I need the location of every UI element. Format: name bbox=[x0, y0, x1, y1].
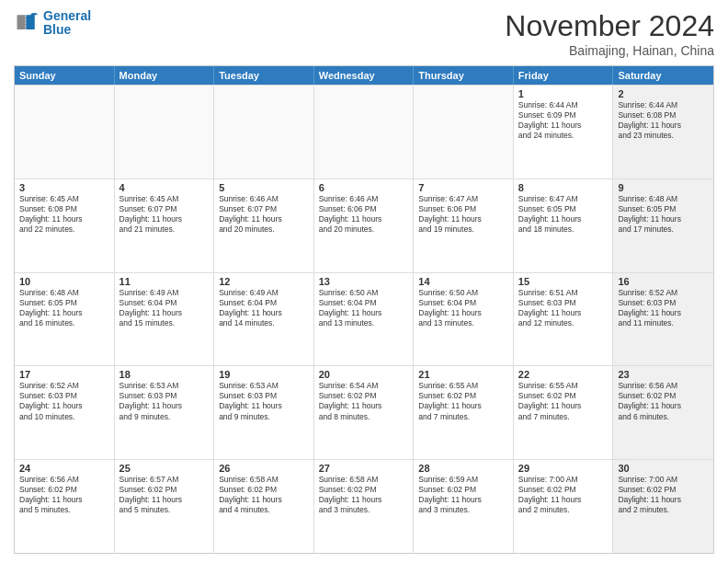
logo-text: General Blue bbox=[43, 9, 91, 38]
day-number: 27 bbox=[319, 463, 409, 474]
cal-cell-22: 22Sunrise: 6:55 AM Sunset: 6:02 PM Dayli… bbox=[514, 366, 614, 459]
calendar-header: SundayMondayTuesdayWednesdayThursdayFrid… bbox=[15, 66, 713, 85]
day-info: Sunrise: 6:57 AM Sunset: 6:02 PM Dayligh… bbox=[119, 475, 210, 515]
header-day-wednesday: Wednesday bbox=[314, 66, 415, 85]
cal-row-0: 1Sunrise: 6:44 AM Sunset: 6:09 PM Daylig… bbox=[15, 85, 713, 178]
day-number: 19 bbox=[219, 369, 309, 380]
day-number: 22 bbox=[518, 369, 609, 380]
cal-cell-14: 14Sunrise: 6:50 AM Sunset: 6:04 PM Dayli… bbox=[414, 273, 514, 366]
header-day-monday: Monday bbox=[115, 66, 215, 85]
cal-cell-12: 12Sunrise: 6:49 AM Sunset: 6:04 PM Dayli… bbox=[214, 273, 314, 366]
day-number: 4 bbox=[119, 182, 210, 193]
logo: General Blue bbox=[14, 9, 91, 38]
day-info: Sunrise: 6:58 AM Sunset: 6:02 PM Dayligh… bbox=[219, 475, 309, 515]
day-info: Sunrise: 6:55 AM Sunset: 6:02 PM Dayligh… bbox=[518, 381, 609, 421]
header-day-saturday: Saturday bbox=[613, 66, 713, 85]
cal-cell-23: 23Sunrise: 6:56 AM Sunset: 6:02 PM Dayli… bbox=[613, 366, 713, 459]
cal-row-2: 10Sunrise: 6:48 AM Sunset: 6:05 PM Dayli… bbox=[15, 272, 713, 366]
cal-cell-6: 6Sunrise: 6:46 AM Sunset: 6:06 PM Daylig… bbox=[314, 179, 415, 272]
cal-cell-18: 18Sunrise: 6:53 AM Sunset: 6:03 PM Dayli… bbox=[115, 366, 215, 459]
day-number: 3 bbox=[19, 182, 109, 193]
cal-cell-10: 10Sunrise: 6:48 AM Sunset: 6:05 PM Dayli… bbox=[15, 273, 115, 366]
day-info: Sunrise: 6:44 AM Sunset: 6:09 PM Dayligh… bbox=[518, 100, 609, 141]
cal-cell-25: 25Sunrise: 6:57 AM Sunset: 6:02 PM Dayli… bbox=[115, 460, 215, 553]
day-info: Sunrise: 6:47 AM Sunset: 6:06 PM Dayligh… bbox=[418, 194, 508, 235]
day-info: Sunrise: 6:53 AM Sunset: 6:03 PM Dayligh… bbox=[219, 381, 309, 421]
cal-row-3: 17Sunrise: 6:52 AM Sunset: 6:03 PM Dayli… bbox=[15, 365, 713, 459]
logo-line1: General bbox=[43, 8, 91, 23]
day-number: 20 bbox=[319, 369, 409, 380]
header-day-sunday: Sunday bbox=[15, 66, 115, 85]
day-number: 17 bbox=[19, 369, 109, 380]
day-info: Sunrise: 6:45 AM Sunset: 6:07 PM Dayligh… bbox=[119, 194, 210, 235]
calendar-body: 1Sunrise: 6:44 AM Sunset: 6:09 PM Daylig… bbox=[15, 85, 713, 553]
cal-cell-15: 15Sunrise: 6:51 AM Sunset: 6:03 PM Dayli… bbox=[514, 273, 614, 366]
logo-line2: Blue bbox=[43, 22, 71, 37]
day-info: Sunrise: 6:46 AM Sunset: 6:07 PM Dayligh… bbox=[219, 194, 309, 235]
cal-row-1: 3Sunrise: 6:45 AM Sunset: 6:08 PM Daylig… bbox=[15, 178, 713, 272]
day-number: 28 bbox=[418, 463, 508, 474]
cal-cell-28: 28Sunrise: 6:59 AM Sunset: 6:02 PM Dayli… bbox=[414, 460, 514, 553]
day-info: Sunrise: 6:50 AM Sunset: 6:04 PM Dayligh… bbox=[319, 288, 409, 328]
day-info: Sunrise: 6:52 AM Sunset: 6:03 PM Dayligh… bbox=[618, 288, 709, 328]
cal-cell-19: 19Sunrise: 6:53 AM Sunset: 6:03 PM Dayli… bbox=[214, 366, 314, 459]
day-info: Sunrise: 6:45 AM Sunset: 6:08 PM Dayligh… bbox=[19, 194, 109, 235]
day-info: Sunrise: 6:52 AM Sunset: 6:03 PM Dayligh… bbox=[19, 381, 109, 421]
day-info: Sunrise: 7:00 AM Sunset: 6:02 PM Dayligh… bbox=[618, 475, 709, 515]
cal-cell-empty-0-0 bbox=[15, 86, 115, 178]
day-info: Sunrise: 6:48 AM Sunset: 6:05 PM Dayligh… bbox=[19, 288, 109, 328]
day-number: 9 bbox=[618, 182, 709, 193]
cal-cell-4: 4Sunrise: 6:45 AM Sunset: 6:07 PM Daylig… bbox=[115, 179, 215, 272]
day-number: 15 bbox=[518, 276, 609, 287]
subtitle: Baimajing, Hainan, China bbox=[505, 43, 714, 58]
cal-cell-5: 5Sunrise: 6:46 AM Sunset: 6:07 PM Daylig… bbox=[214, 179, 314, 272]
day-info: Sunrise: 6:59 AM Sunset: 6:02 PM Dayligh… bbox=[418, 475, 508, 515]
day-number: 14 bbox=[418, 276, 508, 287]
day-number: 13 bbox=[319, 276, 409, 287]
title-block: November 2024 Baimajing, Hainan, China bbox=[505, 9, 714, 58]
day-number: 12 bbox=[219, 276, 309, 287]
header-day-friday: Friday bbox=[514, 66, 614, 85]
page: General Blue November 2024 Baimajing, Ha… bbox=[0, 0, 728, 563]
cal-cell-16: 16Sunrise: 6:52 AM Sunset: 6:03 PM Dayli… bbox=[613, 273, 713, 366]
day-info: Sunrise: 6:56 AM Sunset: 6:02 PM Dayligh… bbox=[618, 381, 709, 421]
header-day-tuesday: Tuesday bbox=[214, 66, 314, 85]
cal-cell-26: 26Sunrise: 6:58 AM Sunset: 6:02 PM Dayli… bbox=[214, 460, 314, 553]
day-number: 30 bbox=[618, 463, 709, 474]
cal-cell-27: 27Sunrise: 6:58 AM Sunset: 6:02 PM Dayli… bbox=[314, 460, 415, 553]
day-info: Sunrise: 6:54 AM Sunset: 6:02 PM Dayligh… bbox=[319, 381, 409, 421]
cal-cell-empty-0-2 bbox=[214, 86, 314, 178]
cal-cell-29: 29Sunrise: 7:00 AM Sunset: 6:02 PM Dayli… bbox=[514, 460, 614, 553]
day-info: Sunrise: 6:50 AM Sunset: 6:04 PM Dayligh… bbox=[418, 288, 508, 328]
day-info: Sunrise: 6:48 AM Sunset: 6:05 PM Dayligh… bbox=[618, 194, 709, 235]
cal-cell-1: 1Sunrise: 6:44 AM Sunset: 6:09 PM Daylig… bbox=[514, 86, 614, 178]
calendar: SundayMondayTuesdayWednesdayThursdayFrid… bbox=[14, 65, 714, 554]
cal-cell-13: 13Sunrise: 6:50 AM Sunset: 6:04 PM Dayli… bbox=[314, 273, 415, 366]
cal-cell-7: 7Sunrise: 6:47 AM Sunset: 6:06 PM Daylig… bbox=[414, 179, 514, 272]
day-number: 8 bbox=[518, 182, 609, 193]
cal-cell-21: 21Sunrise: 6:55 AM Sunset: 6:02 PM Dayli… bbox=[414, 366, 514, 459]
day-number: 1 bbox=[518, 88, 609, 99]
cal-cell-24: 24Sunrise: 6:56 AM Sunset: 6:02 PM Dayli… bbox=[15, 460, 115, 553]
day-number: 7 bbox=[418, 182, 508, 193]
cal-cell-3: 3Sunrise: 6:45 AM Sunset: 6:08 PM Daylig… bbox=[15, 179, 115, 272]
header: General Blue November 2024 Baimajing, Ha… bbox=[14, 9, 714, 58]
cal-cell-empty-0-4 bbox=[414, 86, 514, 178]
day-info: Sunrise: 6:58 AM Sunset: 6:02 PM Dayligh… bbox=[319, 475, 409, 515]
cal-cell-30: 30Sunrise: 7:00 AM Sunset: 6:02 PM Dayli… bbox=[613, 460, 713, 553]
day-info: Sunrise: 6:46 AM Sunset: 6:06 PM Dayligh… bbox=[319, 194, 409, 235]
day-info: Sunrise: 6:55 AM Sunset: 6:02 PM Dayligh… bbox=[418, 381, 508, 421]
cal-cell-8: 8Sunrise: 6:47 AM Sunset: 6:05 PM Daylig… bbox=[514, 179, 614, 272]
day-info: Sunrise: 6:47 AM Sunset: 6:05 PM Dayligh… bbox=[518, 194, 609, 235]
day-number: 18 bbox=[119, 369, 210, 380]
day-number: 24 bbox=[19, 463, 109, 474]
cal-cell-11: 11Sunrise: 6:49 AM Sunset: 6:04 PM Dayli… bbox=[115, 273, 215, 366]
day-number: 16 bbox=[618, 276, 709, 287]
month-title: November 2024 bbox=[505, 9, 714, 43]
cal-cell-empty-0-1 bbox=[115, 86, 215, 178]
day-info: Sunrise: 6:49 AM Sunset: 6:04 PM Dayligh… bbox=[119, 288, 210, 328]
day-number: 23 bbox=[618, 369, 709, 380]
day-info: Sunrise: 6:56 AM Sunset: 6:02 PM Dayligh… bbox=[19, 475, 109, 515]
day-number: 10 bbox=[19, 276, 109, 287]
cal-cell-2: 2Sunrise: 6:44 AM Sunset: 6:08 PM Daylig… bbox=[613, 86, 713, 178]
